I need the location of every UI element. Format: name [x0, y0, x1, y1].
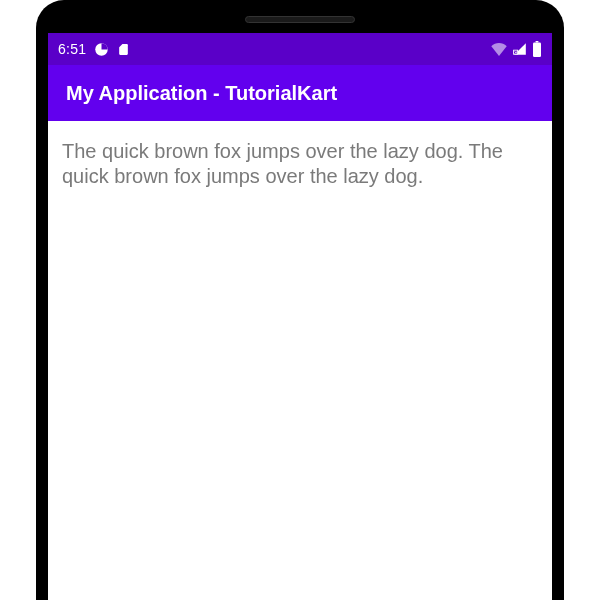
body-text: The quick brown fox jumps over the lazy …: [62, 139, 538, 189]
sd-card-icon: [117, 42, 130, 57]
app-bar: My Application - TutorialKart: [48, 65, 552, 121]
notification-icon: [94, 42, 109, 57]
cellular-signal-icon: [512, 42, 528, 56]
status-bar: 6:51: [48, 33, 552, 65]
device-screen: 6:51: [48, 33, 552, 600]
status-bar-right: [490, 41, 542, 57]
battery-icon: [532, 41, 542, 57]
app-title: My Application - TutorialKart: [66, 82, 337, 105]
content-area: The quick brown fox jumps over the lazy …: [48, 121, 552, 600]
device-frame: 6:51: [36, 0, 564, 600]
wifi-icon: [490, 42, 508, 56]
svg-rect-4: [535, 41, 538, 43]
status-clock: 6:51: [58, 41, 86, 57]
status-bar-left: 6:51: [58, 41, 130, 57]
device-speaker: [245, 16, 355, 23]
svg-rect-5: [533, 43, 541, 57]
